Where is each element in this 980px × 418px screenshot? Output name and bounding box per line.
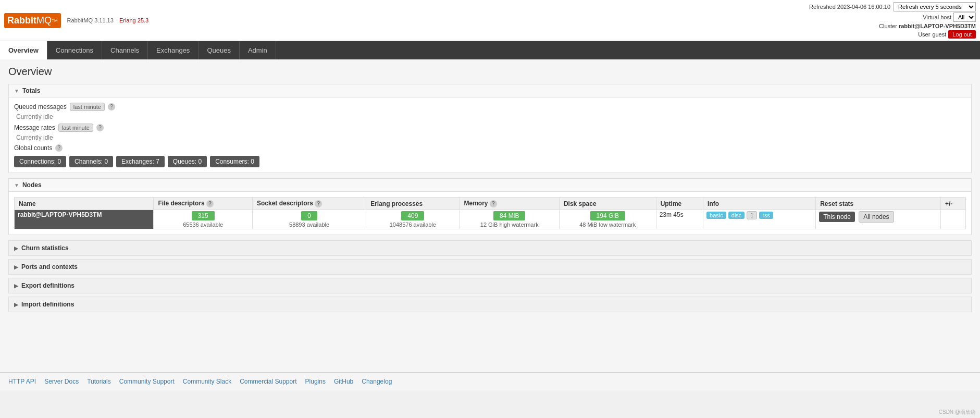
churn-label: Churn statistics [21,244,69,252]
queues-count[interactable]: Queues: 0 [168,156,207,167]
col-uptime: Uptime [656,198,703,210]
vhost-select[interactable]: All [953,13,976,22]
reset-this-node-button[interactable]: This node [819,212,855,222]
global-counts-row: Global counts ? [14,144,966,152]
socket-descriptors-value: 0 [301,211,317,220]
user-label: User [918,31,930,38]
erlang-processes-value: 409 [401,211,424,220]
topbar-right: Refreshed 2023-04-06 16:00:10 Refresh ev… [809,2,976,39]
footer-link-community-slack[interactable]: Community Slack [183,378,231,385]
info-basic-badge: basic [706,212,726,219]
logo-tm-text: TM [52,18,58,23]
nav-channels[interactable]: Channels [102,41,148,59]
disk-space-sub: 48 MiB low watermark [563,222,653,228]
queued-messages-idle: Currently idle [16,113,966,120]
info-num-badge: 1 [747,211,757,219]
topbar: RabbitMQTM RabbitMQ 3.11.13 Erlang 25.3 … [0,0,980,41]
col-name: Name [15,198,154,210]
cluster-name: rabbit@LAPTOP-VPH5D3TM [899,23,976,29]
version-info: RabbitMQ 3.11.13 Erlang 25.3 [67,17,153,23]
queued-messages-label: Queued messages [14,103,67,110]
col-socket-descriptors: Socket descriptors ? [252,198,366,210]
message-rates-badge: last minute [58,124,93,132]
col-info: Info [703,198,816,210]
file-descriptors-cell: 315 65536 available [154,210,253,229]
import-label: Import definitions [21,301,74,308]
footer-link-plugins[interactable]: Plugins [305,378,326,385]
import-definitions-header[interactable]: ▶ Import definitions [8,297,972,312]
footer-link-commercial-support[interactable]: Commercial Support [240,378,296,385]
refresh-select[interactable]: Refresh every 5 secondsRefresh every 10 … [894,2,976,11]
nav-admin[interactable]: Admin [240,41,276,59]
nav-connections[interactable]: Connections [47,41,102,59]
info-rss-badge: rss [759,212,773,219]
global-counts-help-icon[interactable]: ? [55,144,63,152]
export-label: Export definitions [21,282,75,289]
queued-messages-row: Queued messages last minute ? [14,103,966,111]
socket-descriptors-cell: 0 58893 available [252,210,366,229]
nodes-label: Nodes [22,181,42,189]
col-erlang-processes: Erlang processes [366,198,460,210]
page-title: Overview [8,66,972,78]
memory-help-icon[interactable]: ? [490,200,497,207]
reset-all-nodes-button[interactable]: All nodes [859,211,894,223]
ports-contexts-header[interactable]: ▶ Ports and contexts [8,259,972,275]
disk-space-value: 194 GiB [590,211,625,220]
uptime-cell: 23m 45s [656,210,703,229]
footer-link-tutorials[interactable]: Tutorials [87,378,111,385]
file-descriptors-value: 315 [192,211,215,220]
vhost-label: Virtual host [923,14,951,20]
consumers-count[interactable]: Consumers: 0 [210,156,259,167]
plus-minus-cell [940,210,965,229]
col-plus-minus[interactable]: +/- [940,198,965,210]
churn-statistics-header[interactable]: ▶ Churn statistics [8,240,972,256]
export-arrow: ▶ [14,283,18,289]
footer-link-http-api[interactable]: HTTP API [8,378,36,385]
cluster-row: Cluster rabbit@LAPTOP-VPH5D3TM [879,23,976,29]
refreshed-label: Refreshed 2023-04-06 16:00:10 [809,4,890,10]
exchanges-count[interactable]: Exchanges: 7 [116,156,165,167]
vhost-row: Virtual host All [923,13,976,22]
nav-queues[interactable]: Queues [199,41,240,59]
global-counts-label: Global counts [14,144,52,152]
col-disk-space: Disk space [559,198,656,210]
memory-sub: 12 GiB high watermark [463,222,556,228]
info-badges: basic disc 1 rss [706,211,812,219]
import-arrow: ▶ [14,302,18,308]
disk-space-cell: 194 GiB 48 MiB low watermark [559,210,656,229]
nodes-section-header[interactable]: ▼ Nodes [9,179,971,192]
message-rates-label: Message rates [14,124,55,131]
nodes-table-header-row: Name File descriptors ? Socket descripto… [15,198,966,210]
memory-value: 84 MiB [493,211,525,220]
logo: RabbitMQTM [4,13,61,28]
info-disc-badge: disc [728,212,745,219]
totals-label: Totals [22,87,40,94]
footer: HTTP APIServer DocsTutorialsCommunity Su… [0,372,980,390]
message-rates-idle: Currently idle [16,134,966,141]
totals-body: Queued messages last minute ? Currently … [9,97,971,173]
message-rates-help-icon[interactable]: ? [96,124,104,131]
socket-descriptors-help-icon[interactable]: ? [315,200,322,207]
nav-exchanges[interactable]: Exchanges [148,41,199,59]
footer-link-community-support[interactable]: Community Support [119,378,175,385]
footer-link-changelog[interactable]: Changelog [362,378,392,385]
footer-link-server-docs[interactable]: Server Docs [44,378,79,385]
channels-count[interactable]: Channels: 0 [69,156,113,167]
info-cell: basic disc 1 rss [703,210,816,229]
socket-descriptors-sub: 58893 available [256,222,363,228]
queued-messages-help-icon[interactable]: ? [108,103,115,110]
churn-arrow: ▶ [14,245,18,251]
logo-rabbit-text: Rabbit [7,15,36,26]
nav: Overview Connections Channels Exchanges … [0,41,980,59]
logout-button[interactable]: Log out [948,30,976,39]
nav-overview[interactable]: Overview [0,41,47,59]
connections-count[interactable]: Connections: 0 [14,156,66,167]
export-definitions-header[interactable]: ▶ Export definitions [8,278,972,293]
footer-link-github[interactable]: GitHub [334,378,353,385]
table-row: rabbit@LAPTOP-VPH5D3TM 315 65536 availab… [15,210,966,229]
nodes-table: Name File descriptors ? Socket descripto… [14,197,966,229]
totals-section-header[interactable]: ▼ Totals [9,84,971,97]
col-reset-stats: Reset stats [816,198,941,210]
file-descriptors-help-icon[interactable]: ? [206,200,214,207]
col-memory: Memory ? [460,198,559,210]
